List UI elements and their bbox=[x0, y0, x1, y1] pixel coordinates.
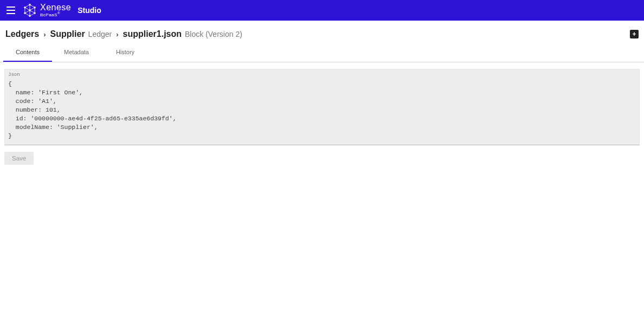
save-row: Save bbox=[0, 145, 644, 171]
svg-point-5 bbox=[24, 12, 26, 14]
menu-icon[interactable] bbox=[4, 4, 17, 17]
tab-metadata[interactable]: Metadata bbox=[52, 43, 101, 62]
breadcrumb: Ledgers › Supplier Ledger › supplier1.js… bbox=[5, 29, 242, 39]
brand-subtitle: BcPaaS® bbox=[40, 11, 71, 17]
chevron-right-icon: › bbox=[115, 30, 119, 38]
svg-point-2 bbox=[34, 7, 36, 9]
svg-point-1 bbox=[29, 4, 31, 5]
add-button[interactable]: + bbox=[630, 30, 639, 38]
chevron-right-icon: › bbox=[42, 30, 47, 38]
topbar: Xenese BcPaaS® Studio bbox=[0, 0, 644, 21]
tab-contents[interactable]: Contents bbox=[3, 43, 52, 62]
svg-point-3 bbox=[34, 12, 36, 14]
svg-point-7 bbox=[29, 10, 31, 11]
svg-point-4 bbox=[29, 15, 31, 17]
breadcrumb-row: Ledgers › Supplier Ledger › supplier1.js… bbox=[0, 21, 644, 43]
code-body[interactable]: { name: 'First One', code: 'A1', number:… bbox=[8, 80, 636, 141]
brand-name: Xenese bbox=[40, 3, 71, 12]
tabs: Contents Metadata History bbox=[0, 43, 644, 62]
brand-suffix: Studio bbox=[78, 6, 101, 15]
breadcrumb-ledger-label: Ledger bbox=[88, 30, 112, 38]
breadcrumb-ledgers[interactable]: Ledgers bbox=[5, 29, 39, 39]
breadcrumb-file[interactable]: supplier1.json bbox=[123, 29, 182, 39]
tab-history[interactable]: History bbox=[101, 43, 150, 62]
code-area: Json { name: 'First One', code: 'A1', nu… bbox=[4, 69, 640, 145]
breadcrumb-supplier[interactable]: Supplier bbox=[50, 29, 85, 39]
brand-text: Xenese BcPaaS® bbox=[40, 3, 71, 17]
brand: Xenese BcPaaS® Studio bbox=[23, 3, 101, 17]
breadcrumb-block-label: Block (Version 2) bbox=[185, 30, 242, 38]
plus-icon: + bbox=[632, 31, 636, 37]
code-label: Json bbox=[8, 72, 636, 79]
logo-icon bbox=[23, 3, 37, 17]
svg-point-6 bbox=[24, 7, 26, 9]
save-button[interactable]: Save bbox=[4, 152, 34, 165]
